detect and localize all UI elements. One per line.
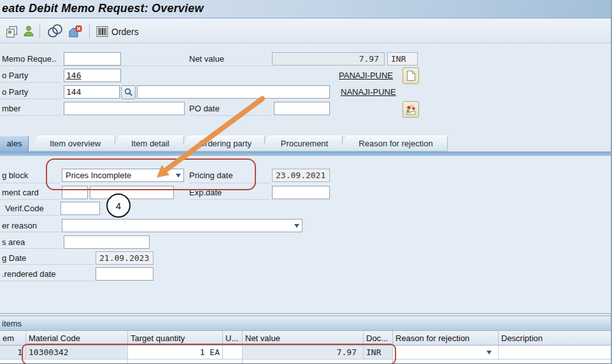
- ship-to-party-label: o Party: [2, 87, 28, 97]
- row-cell-net-value[interactable]: 7.97: [243, 346, 364, 360]
- row-cell-reason-for-rejection[interactable]: [393, 346, 499, 360]
- sold-to-party-input[interactable]: [64, 69, 121, 82]
- table-empty-row: [0, 360, 128, 364]
- orders-barcode-icon[interactable]: [94, 24, 110, 39]
- toolbar-separator: [89, 24, 90, 38]
- services-for-object-icon: [405, 104, 416, 115]
- orders-button[interactable]: Orders: [111, 27, 139, 37]
- po-date-input[interactable]: [274, 102, 330, 115]
- column-header-material[interactable]: Material Code: [26, 331, 128, 346]
- label-underline: [0, 115, 60, 116]
- billing-block-dropdown[interactable]: Prices Incomplete: [62, 169, 184, 182]
- row-cell-doc-currency[interactable]: INR: [364, 346, 393, 360]
- payment-card-number-input[interactable]: [90, 186, 174, 199]
- reject-document-icon[interactable]: [66, 24, 84, 39]
- create-text-button[interactable]: [402, 67, 419, 84]
- label-underline: [189, 199, 271, 200]
- pricing-date-label: Pricing date: [189, 171, 233, 180]
- billing-block-label: g block: [2, 171, 28, 180]
- dropdown-arrow-icon: [294, 224, 299, 228]
- search-button[interactable]: [121, 85, 136, 99]
- payment-card-type-input[interactable]: [62, 186, 88, 199]
- table-empty-row: [393, 360, 612, 364]
- label-underline: [0, 183, 60, 183]
- net-value-label: Net value: [189, 54, 224, 64]
- serv-rendered-date-input[interactable]: [96, 267, 153, 281]
- tab-procurement[interactable]: Procurement: [261, 136, 343, 151]
- tab-item-overview[interactable]: Item overview: [30, 136, 115, 151]
- sold-to-party-link[interactable]: PANAJI-PUNE: [339, 71, 393, 80]
- serv-rendered-date-label: .rendered date: [2, 269, 56, 279]
- column-header-item[interactable]: em: [0, 331, 26, 346]
- column-header-reason-for-rejection[interactable]: Reason for rejection: [393, 331, 499, 346]
- label-underline: [0, 199, 60, 200]
- verif-code-label: Verif.Code: [5, 204, 44, 213]
- copy-documents-icon[interactable]: [4, 24, 19, 39]
- dropdown-arrow-icon[interactable]: [487, 351, 492, 354]
- sales-area-input[interactable]: [64, 235, 150, 249]
- pricing-date-field: 23.09.2021: [272, 169, 330, 182]
- po-number-label: mber: [2, 104, 21, 113]
- application-toolbar: Orders: [0, 18, 611, 43]
- items-section-title: items: [2, 319, 22, 328]
- label-underline: [0, 82, 60, 83]
- row-cell-quantity[interactable]: 1 EA: [128, 346, 223, 360]
- memo-request-label: Memo Reque..: [2, 54, 56, 64]
- items-section-header: items: [0, 316, 611, 331]
- exp-date-label: Exp.date: [189, 188, 222, 197]
- label-underline: [0, 66, 188, 66]
- po-date-label: PO date: [189, 104, 220, 113]
- column-header-description[interactable]: Description: [499, 331, 612, 346]
- toolbar-separator: [39, 24, 40, 38]
- column-header-doc-currency[interactable]: Doc...: [364, 331, 393, 346]
- table-empty-row: [243, 360, 393, 364]
- column-header-unit[interactable]: U...: [223, 331, 243, 346]
- dropdown-arrow-icon: [176, 174, 181, 178]
- payment-card-label: ment card: [2, 188, 39, 197]
- order-reason-label: er reason: [2, 221, 37, 230]
- document-flow-icon[interactable]: [46, 24, 64, 39]
- tabstrip-band: [0, 151, 611, 156]
- billing-date-field: 21.09.2023: [96, 251, 153, 265]
- ship-to-party-link[interactable]: NANAJI-PUNE: [341, 87, 396, 97]
- row-cell-item[interactable]: 1: [0, 346, 26, 360]
- table-empty-row: [128, 360, 243, 364]
- memo-request-input[interactable]: [64, 52, 121, 66]
- currency-field: INR: [387, 52, 418, 66]
- tab-reason-for-rejection[interactable]: Reason for rejection: [339, 136, 448, 151]
- column-header-target-quantity[interactable]: Target quantity: [128, 331, 223, 346]
- ship-to-party-input[interactable]: [64, 85, 120, 99]
- column-header-net-value[interactable]: Net value: [243, 331, 364, 346]
- tab-ordering-party[interactable]: Ordering party: [180, 136, 265, 151]
- label-underline: [189, 115, 272, 116]
- billing-block-value: Prices Incomplete: [66, 171, 131, 180]
- business-partner-icon[interactable]: [21, 24, 36, 39]
- sales-area-label: s area: [2, 237, 25, 247]
- verif-code-input[interactable]: [60, 202, 100, 215]
- page-title: eate Debit Memo Request: Overview: [2, 2, 204, 15]
- label-underline: [0, 215, 59, 216]
- net-value-field: 7.97: [272, 52, 385, 66]
- label-underline: [189, 183, 271, 183]
- sold-to-party-label: o Party: [2, 71, 28, 80]
- title-bar: eate Debit Memo Request: Overview: [0, 0, 611, 18]
- tab-sales[interactable]: ales: [0, 136, 29, 151]
- label-underline: [0, 232, 60, 232]
- label-underline: [0, 264, 94, 265]
- tab-item-detail[interactable]: Item detail: [111, 136, 184, 151]
- label-underline: [0, 281, 94, 281]
- label-underline: [0, 248, 62, 249]
- search-icon: [124, 88, 133, 97]
- row-cell-material[interactable]: 10300342: [26, 346, 128, 360]
- order-reason-dropdown[interactable]: [62, 219, 302, 232]
- row-cell-description[interactable]: [499, 346, 612, 360]
- label-underline: [189, 66, 271, 66]
- exp-date-input[interactable]: [272, 186, 330, 199]
- row-cell-unit[interactable]: [223, 346, 243, 360]
- billing-date-label: g Date: [2, 253, 26, 263]
- services-for-object-button[interactable]: [402, 101, 419, 118]
- po-number-input[interactable]: [64, 102, 185, 115]
- document-icon: [406, 70, 416, 81]
- sap-window: eate Debit Memo Request: Overview: [0, 0, 612, 364]
- ship-to-party-name-input[interactable]: [137, 85, 330, 99]
